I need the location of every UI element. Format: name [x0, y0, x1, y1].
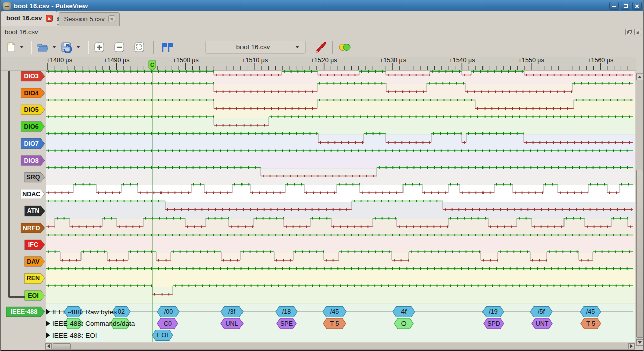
- channel-label-DIO5[interactable]: DIO5: [21, 105, 45, 115]
- channel-label-text: NRFD: [23, 225, 40, 232]
- annotation-hexagon: UNT: [532, 318, 552, 329]
- annotation-hexagon: SPE: [277, 318, 296, 329]
- annotation-hexagon: EOI: [152, 330, 173, 341]
- scroll-down-button[interactable]: [636, 339, 643, 346]
- annotation-hexagon: /18: [276, 307, 297, 317]
- annotation-text: /00: [164, 308, 173, 315]
- decoder-row-label[interactable]: IEEE-488: Raw bytes: [52, 308, 117, 316]
- channel-label-text: DIO4: [24, 90, 39, 97]
- channel-label-text: EOI: [28, 292, 39, 299]
- annotation-hexagon: SPD: [484, 318, 504, 329]
- channel-label-REN[interactable]: REN: [25, 273, 45, 284]
- decoder-row-label[interactable]: IEEE-488: Commands/data: [52, 320, 135, 327]
- vscroll-thumb[interactable]: [636, 170, 643, 338]
- channel-label-IFC[interactable]: IFC: [25, 240, 45, 250]
- annotation-hexagon: UNL: [221, 318, 243, 329]
- annotation-hexagon: O: [394, 318, 413, 329]
- channel-label-text: SRQ: [26, 174, 40, 181]
- scroll-left-button[interactable]: [45, 343, 52, 349]
- channel-label-text: DIO6: [24, 123, 39, 130]
- channel-label-text: ATN: [27, 207, 40, 215]
- annotation-text: /3f: [228, 308, 235, 315]
- channel-label-ATN[interactable]: ATN: [25, 206, 45, 216]
- annotation-hexagon: /00: [157, 307, 179, 317]
- channel-label-text: REN: [27, 275, 40, 282]
- annotation-hexagon: 4f: [393, 307, 415, 317]
- arrow-up-icon: [638, 76, 642, 78]
- vertical-scrollbar[interactable]: [636, 73, 644, 346]
- annotation-text: /19: [489, 308, 497, 315]
- annotation-hexagon: /19: [482, 307, 504, 317]
- annotation-text: T 5: [330, 320, 339, 327]
- channel-label-IEEE-488[interactable]: IEEE-488: [6, 307, 45, 317]
- channel-label-DIO4[interactable]: DIO4: [21, 88, 45, 98]
- annotation-text: 02: [118, 308, 125, 315]
- channel-label-text: NDAC: [22, 191, 40, 198]
- channel-label-text: DIO5: [24, 106, 39, 113]
- annotation-hexagon: T 5: [581, 318, 601, 329]
- annotation-text: UNL: [225, 320, 238, 327]
- annotation-text: SPE: [280, 320, 293, 327]
- ruler-label: +1500 µs: [173, 57, 199, 64]
- band-SRQ: [46, 169, 635, 186]
- channel-label-text: DIO7: [24, 140, 39, 147]
- channel-label-SRQ[interactable]: SRQ: [25, 172, 45, 182]
- channel-label-NRFD[interactable]: NRFD: [21, 223, 45, 233]
- channel-label-text: DIO3: [24, 73, 39, 80]
- channel-label-NDAC[interactable]: NDAC: [21, 189, 45, 199]
- channel-label-DIO7[interactable]: DIO7: [21, 138, 45, 149]
- annotation-hexagon: /45: [323, 307, 346, 317]
- band-IFC: [46, 236, 635, 253]
- annotation-text: /5f: [538, 308, 545, 315]
- annotation-text: O: [401, 320, 407, 327]
- band-NDAC: [46, 185, 635, 202]
- pulseview-window: boot 16.csv - PulseView Reload boot 16.c…: [0, 0, 644, 351]
- ruler-label: +1550 µs: [518, 57, 544, 64]
- ruler-label: +1510 µs: [242, 57, 268, 64]
- ruler-label: +1560 µs: [587, 57, 613, 64]
- channel-label-text: IEEE-488: [11, 308, 38, 315]
- ruler-label: +1480 µs: [46, 57, 72, 64]
- channel-label-text: IFC: [28, 241, 38, 248]
- decoder-row-label[interactable]: IEEE-488: EOI: [52, 332, 97, 339]
- ruler-label: +1490 µs: [103, 57, 129, 64]
- annotation-hexagon: /5f: [530, 307, 552, 317]
- ruler-label: +1520 µs: [311, 57, 337, 64]
- annotation-text: /45: [586, 308, 595, 315]
- annotation-text: 4f: [401, 308, 407, 315]
- band-DIO8: [46, 152, 635, 169]
- arrow-left-icon: [47, 344, 50, 348]
- hscroll-thumb[interactable]: [53, 343, 71, 349]
- annotation-text: UNT: [536, 320, 549, 327]
- arrow-down-icon: [638, 341, 642, 344]
- annotation-hexagon: T 5: [323, 318, 346, 329]
- annotation-hexagon: /3f: [221, 307, 243, 317]
- band-ATN: [46, 202, 635, 220]
- annotation-text: EOI: [157, 332, 168, 339]
- channel-label-text: DIO8: [24, 157, 39, 164]
- ruler-label: +1540 µs: [449, 57, 475, 64]
- channel-label-EOI[interactable]: EOI: [25, 291, 45, 301]
- channel-label-DIO8[interactable]: DIO8: [21, 156, 45, 166]
- channel-label-DIO3[interactable]: DIO3: [21, 71, 45, 81]
- scroll-up-button[interactable]: [636, 74, 643, 80]
- annotation-text: SPD: [487, 320, 500, 327]
- annotation-hexagon: C0: [157, 318, 178, 329]
- arrow-right-icon: [630, 344, 633, 348]
- annotation-text: T 5: [586, 320, 595, 327]
- channel-label-text: DAV: [27, 258, 40, 265]
- band-REN: [46, 270, 635, 287]
- ruler-label: +1530 µs: [380, 57, 406, 64]
- annotation-text: C0: [164, 320, 172, 327]
- band-DIO6: [46, 118, 635, 135]
- channel-label-DAV[interactable]: DAV: [25, 257, 45, 267]
- waveform-view[interactable]: +1480 µs+1490 µs+1500 µs+1510 µs+1520 µs…: [1, 0, 644, 351]
- annotation-text: /18: [282, 308, 291, 315]
- cursor-flag-label: C: [150, 62, 154, 68]
- scroll-right-button[interactable]: [628, 343, 635, 349]
- channel-label-DIO6[interactable]: DIO6: [21, 122, 45, 132]
- annotation-text: /45: [330, 308, 339, 315]
- band-EOI: [46, 287, 635, 304]
- band-DIO4: [46, 84, 635, 101]
- horizontal-scrollbar[interactable]: [45, 343, 635, 350]
